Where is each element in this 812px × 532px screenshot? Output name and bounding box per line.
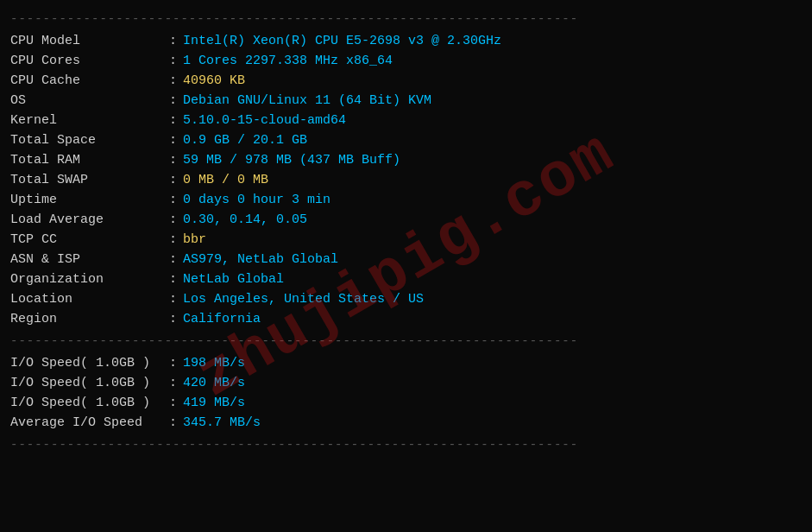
- table-row: I/O Speed( 1.0GB ):198 MB/s: [10, 353, 802, 373]
- io-row-colon: :: [166, 393, 183, 413]
- table-row: TCP CC:bbr: [10, 230, 802, 250]
- divider-mid: ----------------------------------------…: [10, 334, 802, 348]
- row-value: 1 Cores 2297.338 MHz x86_64: [183, 51, 802, 71]
- table-row: I/O Speed( 1.0GB ):419 MB/s: [10, 393, 802, 413]
- table-row: CPU Cache:40960 KB: [10, 71, 802, 91]
- row-label: Location: [10, 289, 166, 309]
- row-value: 0 MB / 0 MB: [183, 170, 802, 190]
- row-label: Total Space: [10, 130, 166, 150]
- row-label: OS: [10, 91, 166, 111]
- row-colon: :: [166, 51, 183, 71]
- table-row: Average I/O Speed:345.7 MB/s: [10, 413, 802, 433]
- divider-top: ----------------------------------------…: [10, 12, 802, 26]
- row-value: 0.9 GB / 20.1 GB: [183, 130, 802, 150]
- table-row: Location:Los Angeles, United States / US: [10, 289, 802, 309]
- table-row: Total SWAP:0 MB / 0 MB: [10, 170, 802, 190]
- row-colon: :: [166, 230, 183, 250]
- row-value: NetLab Global: [183, 269, 802, 289]
- row-colon: :: [166, 71, 183, 91]
- row-label: CPU Model: [10, 31, 166, 51]
- row-label: CPU Cache: [10, 71, 166, 91]
- row-colon: :: [166, 111, 183, 130]
- table-row: Total RAM:59 MB / 978 MB (437 MB Buff): [10, 150, 802, 170]
- row-label: Load Average: [10, 210, 166, 230]
- row-colon: :: [166, 269, 183, 289]
- table-row: Kernel:5.10.0-15-cloud-amd64: [10, 111, 802, 130]
- io-row-colon: :: [166, 353, 183, 373]
- row-label: Kernel: [10, 111, 166, 130]
- row-value: bbr: [183, 230, 802, 250]
- row-value: 59 MB / 978 MB (437 MB Buff): [183, 150, 802, 170]
- table-row: Organization:NetLab Global: [10, 269, 802, 289]
- row-colon: :: [166, 210, 183, 230]
- table-row: Total Space:0.9 GB / 20.1 GB: [10, 130, 802, 150]
- row-label: ASN & ISP: [10, 250, 166, 269]
- table-row: OS:Debian GNU/Linux 11 (64 Bit) KVM: [10, 91, 802, 111]
- row-value: 0 days 0 hour 3 min: [183, 190, 802, 210]
- table-row: CPU Cores:1 Cores 2297.338 MHz x86_64: [10, 51, 802, 71]
- io-info-table: I/O Speed( 1.0GB ):198 MB/sI/O Speed( 1.…: [10, 353, 802, 433]
- io-row-label: Average I/O Speed: [10, 413, 166, 433]
- table-row: Region:California: [10, 309, 802, 329]
- row-label: Total SWAP: [10, 170, 166, 190]
- row-colon: :: [166, 91, 183, 111]
- io-row-label: I/O Speed( 1.0GB ): [10, 373, 166, 393]
- row-colon: :: [166, 150, 183, 170]
- row-colon: :: [166, 31, 183, 51]
- table-row: I/O Speed( 1.0GB ):420 MB/s: [10, 373, 802, 393]
- row-colon: :: [166, 130, 183, 150]
- io-row-colon: :: [166, 413, 183, 433]
- io-row-label: I/O Speed( 1.0GB ): [10, 393, 166, 413]
- io-row-value: 345.7 MB/s: [183, 413, 802, 433]
- row-value: 5.10.0-15-cloud-amd64: [183, 111, 802, 130]
- io-row-value: 420 MB/s: [183, 373, 802, 393]
- row-label: Total RAM: [10, 150, 166, 170]
- row-value: Los Angeles, United States / US: [183, 289, 802, 309]
- io-row-value: 198 MB/s: [183, 353, 802, 373]
- row-colon: :: [166, 190, 183, 210]
- row-value: Intel(R) Xeon(R) CPU E5-2698 v3 @ 2.30GH…: [183, 31, 802, 51]
- row-value: Debian GNU/Linux 11 (64 Bit) KVM: [183, 91, 802, 111]
- row-label: Region: [10, 309, 166, 329]
- table-row: Load Average:0.30, 0.14, 0.05: [10, 210, 802, 230]
- row-colon: :: [166, 289, 183, 309]
- row-colon: :: [166, 250, 183, 269]
- divider-bottom: ----------------------------------------…: [10, 438, 802, 452]
- row-value: AS979, NetLab Global: [183, 250, 802, 269]
- table-row: CPU Model:Intel(R) Xeon(R) CPU E5-2698 v…: [10, 31, 802, 51]
- row-label: CPU Cores: [10, 51, 166, 71]
- io-row-label: I/O Speed( 1.0GB ): [10, 353, 166, 373]
- io-row-colon: :: [166, 373, 183, 393]
- io-row-value: 419 MB/s: [183, 393, 802, 413]
- table-row: Uptime:0 days 0 hour 3 min: [10, 190, 802, 210]
- row-value: California: [183, 309, 802, 329]
- row-value: 0.30, 0.14, 0.05: [183, 210, 802, 230]
- row-label: Uptime: [10, 190, 166, 210]
- row-value: 40960 KB: [183, 71, 802, 91]
- system-info-table: CPU Model:Intel(R) Xeon(R) CPU E5-2698 v…: [10, 31, 802, 329]
- row-colon: :: [166, 170, 183, 190]
- table-row: ASN & ISP:AS979, NetLab Global: [10, 250, 802, 269]
- row-colon: :: [166, 309, 183, 329]
- row-label: TCP CC: [10, 230, 166, 250]
- row-label: Organization: [10, 269, 166, 289]
